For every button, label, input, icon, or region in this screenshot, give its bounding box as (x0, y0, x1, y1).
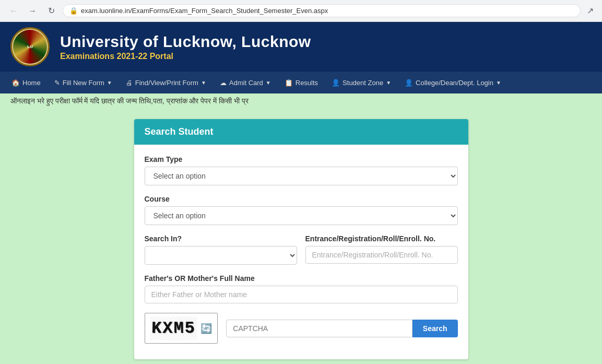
search-student-form-container: Search Student Exam Type Select an optio… (134, 119, 468, 359)
search-enroll-row: Search In? Entrance/Registration/Roll/En… (145, 234, 458, 265)
nav-fill-form[interactable]: ✎ Fill New Form ▼ (48, 72, 119, 93)
nav-home[interactable]: 🏠 Home (5, 72, 47, 93)
father-mother-input[interactable] (145, 286, 458, 303)
lock-icon: 🔒 (69, 7, 78, 15)
nav-results[interactable]: 📋 Results (278, 72, 324, 93)
chevron-down-icon-3: ▼ (266, 80, 271, 86)
nav-student-zone[interactable]: 👤 Student Zone ▼ (325, 72, 397, 93)
nav-college-login[interactable]: 👤 College/Dean/Dept. Login ▼ (398, 72, 507, 93)
nav-find-form[interactable]: 🖨 Find/View/Print Form ▼ (120, 72, 213, 93)
captcha-refresh-icon[interactable]: 🔄 (200, 323, 212, 334)
captcha-input-group: Search (226, 320, 457, 337)
college-icon: 👤 (405, 79, 413, 87)
url-text: exam.luonline.in/ExamForms/Exam_Form_Sea… (81, 7, 574, 15)
enroll-input[interactable] (305, 246, 458, 264)
form-header: Search Student (134, 119, 468, 145)
search-button[interactable]: Search (412, 320, 458, 337)
father-mother-label: Father's OR Mother's Full Name (145, 274, 458, 283)
address-bar[interactable]: 🔒 exam.luonline.in/ExamForms/Exam_Form_S… (63, 4, 581, 17)
form-body: Exam Type Select an option Course Select… (134, 145, 468, 354)
captcha-image: KXM5 🔄 (145, 313, 218, 344)
home-icon: 🏠 (11, 79, 20, 87)
nav-find-form-label: Find/View/Print Form (135, 79, 198, 87)
chevron-down-icon-4: ▼ (386, 80, 391, 86)
nav-admit-card[interactable]: ☁ Admit Card ▼ (214, 72, 277, 93)
captcha-input[interactable] (226, 320, 412, 337)
search-in-label: Search In? (145, 234, 297, 243)
chevron-down-icon: ▼ (107, 80, 112, 86)
exam-type-label: Exam Type (145, 155, 458, 163)
portal-subtitle: Examinations 2021-22 Portal (60, 52, 311, 61)
forward-button[interactable]: → (25, 4, 40, 18)
search-in-select[interactable] (145, 246, 297, 265)
nav-home-label: Home (22, 79, 41, 87)
nav-student-zone-label: Student Zone (343, 79, 383, 87)
search-in-col: Search In? (145, 234, 297, 265)
site-header: LU University of Lucknow, Lucknow Examin… (0, 22, 602, 72)
refresh-button[interactable]: ↻ (44, 4, 58, 18)
captcha-value: KXM5 (150, 316, 197, 340)
header-text: University of Lucknow, Lucknow Examinati… (60, 33, 311, 61)
news-ticker: ऑनलाइन भरे हुए परीक्षा फॉर्म में यदि छात… (0, 93, 602, 109)
chevron-down-icon-2: ▼ (201, 80, 206, 86)
father-mother-group: Father's OR Mother's Full Name (145, 274, 458, 303)
nav-results-label: Results (296, 79, 318, 87)
exam-type-group: Exam Type Select an option (145, 155, 458, 185)
course-label: Course (145, 195, 458, 203)
university-logo: LU (10, 27, 50, 66)
student-icon: 👤 (332, 79, 340, 87)
captcha-row: KXM5 🔄 Search (145, 313, 458, 344)
enroll-col: Entrance/Registration/Roll/Enroll. No. (305, 234, 458, 265)
nav-college-login-label: College/Dean/Dept. Login (416, 79, 493, 87)
cloud-icon: ☁ (220, 79, 227, 87)
form-title: Search Student (145, 126, 458, 137)
main-content: Search Student Exam Type Select an optio… (0, 109, 602, 364)
back-button[interactable]: ← (6, 4, 21, 18)
university-name: University of Lucknow, Lucknow (60, 33, 311, 51)
print-icon: 🖨 (126, 79, 133, 87)
course-group: Course Select an option (145, 195, 458, 225)
nav-admit-card-label: Admit Card (229, 79, 263, 87)
main-navigation: 🏠 Home ✎ Fill New Form ▼ 🖨 Find/View/Pri… (0, 72, 602, 93)
chevron-down-icon-5: ▼ (496, 80, 501, 86)
edit-icon: ✎ (54, 79, 60, 87)
share-button[interactable]: ↗ (585, 4, 596, 18)
browser-chrome: ← → ↻ 🔒 exam.luonline.in/ExamForms/Exam_… (0, 0, 602, 22)
results-icon: 📋 (285, 79, 293, 87)
course-select[interactable]: Select an option (145, 206, 458, 225)
enroll-label: Entrance/Registration/Roll/Enroll. No. (305, 234, 458, 243)
exam-type-select[interactable]: Select an option (145, 167, 458, 185)
nav-fill-form-label: Fill New Form (63, 79, 104, 87)
ticker-text: ऑनलाइन भरे हुए परीक्षा फॉर्म में यदि छात… (10, 97, 249, 105)
